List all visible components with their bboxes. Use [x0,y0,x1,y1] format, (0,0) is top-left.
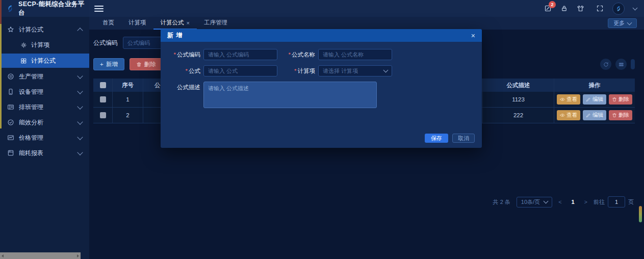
formula-code-input[interactable] [203,49,277,60]
column-settings-icon[interactable] [615,59,627,70]
dialog-header: 新 增 × [161,29,482,42]
dialog-close-icon[interactable]: × [471,32,475,39]
device-icon [7,88,14,95]
left-edge-stripe-red [0,0,2,24]
add-button[interactable]: + 新增 [93,58,124,70]
schedule-icon [7,103,14,111]
calc-item-select[interactable]: 请选择 计算项 [318,65,392,76]
sidebar-item-calc-item[interactable]: 计算项 [0,37,89,53]
scrollbar-left-arrow-icon[interactable] [2,254,4,257]
field-label-code: *公式编码 [161,49,200,60]
sidebar-item-report[interactable]: 能耗报表 [0,145,89,161]
dialog-footer: 保存 取消 [425,134,475,143]
tab-home[interactable]: 首页 [95,17,121,30]
sidebar-nav: 计算公式 计算项 计算公式 生产管理 [0,17,89,161]
next-page-button[interactable]: > [584,199,587,205]
field-label-calc-item: *计算项 [281,65,315,76]
prev-page-button[interactable]: < [558,199,561,205]
sidebar: SECP-能耗综合业务平台 计算公式 计算项 计算公式 [0,0,89,259]
sidebar-item-production[interactable]: 生产管理 [0,69,89,84]
formula-input[interactable] [203,65,277,76]
notification-badge: 2 [549,1,556,8]
tabbar: 首页 计算项 计算公式 × 工序管理 更多 [89,17,644,30]
row-delete-button[interactable]: 删除 [609,94,632,105]
formula-desc-textarea[interactable] [203,82,377,108]
column-header-desc: 公式描述 [483,79,554,92]
view-button[interactable]: 查看 [557,94,580,105]
eye-icon [560,113,565,118]
topbar-icons: 2 [544,3,644,15]
field-label-desc: 公式描述 [161,82,200,110]
theme-shirt-icon[interactable] [577,5,584,12]
pencil-icon [586,97,591,102]
column-header-actions: 操作 [554,79,635,92]
formula-name-input[interactable] [318,49,392,60]
tab-calc-item[interactable]: 计算项 [121,17,153,30]
add-dialog: 新 增 × *公式编码 *公式名称 *公式 *计算项 [161,29,482,148]
sidebar-item-efficiency[interactable]: 能效分析 [0,115,89,130]
sidebar-item-calc-formula[interactable]: 计算公式 [0,54,89,68]
production-icon [7,73,14,80]
plus-icon: + [100,61,104,67]
chevron-down-icon [77,103,83,109]
more-button[interactable]: 更多 [608,18,637,28]
grid-icon [20,58,27,64]
current-page[interactable]: 1 [568,199,578,205]
chevron-down-icon[interactable] [633,5,638,10]
filter-label: 公式编码 [93,39,118,47]
price-chart-icon [7,134,14,141]
total-count: 共 2 条 [493,198,510,206]
edit-button[interactable]: 编辑 [583,94,606,105]
page-size-select[interactable]: 10条/页 [517,197,552,208]
edit-button[interactable]: 编辑 [583,110,606,120]
brand-logo-icon [6,5,14,13]
row-delete-button[interactable]: 删除 [609,110,632,120]
column-header-seq: 序号 [113,79,143,92]
row-desc: 1123 [483,92,554,107]
dialog-title: 新 增 [167,31,183,40]
cancel-button[interactable]: 取消 [452,134,475,143]
chevron-down-icon [627,20,632,25]
chevron-down-icon [77,88,83,94]
dialog-body: *公式编码 *公式名称 *公式 *计算项 请选择 计算项 [161,42,482,110]
report-icon [7,149,14,157]
row-desc: 222 [483,108,554,123]
row-seq: 1 [113,92,143,107]
vertical-scrollbar-thumb[interactable] [639,206,642,222]
sidebar-item-price[interactable]: 价格管理 [0,130,89,145]
sidebar-item-shift[interactable]: 排班管理 [0,99,89,115]
eye-icon [560,97,565,102]
goto-page-input[interactable] [608,196,625,208]
pagination: 共 2 条 10条/页 < 1 > 前往 页 [493,196,634,208]
row-checkbox[interactable] [100,112,106,118]
pencil-icon [586,113,591,118]
message-icon[interactable]: 2 [544,5,552,12]
trash-icon [136,62,142,67]
fullscreen-icon[interactable] [596,5,604,12]
tab-process[interactable]: 工序管理 [197,17,235,30]
chevron-down-icon [77,149,83,155]
lock-icon[interactable] [560,5,568,12]
tab-calc-formula[interactable]: 计算公式 × [153,17,197,30]
sidebar-item-formula-group[interactable]: 计算公式 [0,22,89,37]
row-checkbox[interactable] [100,96,106,102]
tool-divider [631,59,635,69]
chevron-down-icon [77,134,83,140]
sidebar-item-device[interactable]: 设备管理 [0,84,89,99]
tab-close-icon[interactable]: × [187,20,190,26]
refresh-icon[interactable] [600,59,611,70]
scrollbar-right-arrow-icon[interactable] [77,254,79,257]
star-icon [7,26,14,33]
table-tools [600,59,635,70]
hamburger-menu-icon[interactable] [94,4,104,13]
check-circle-icon [7,119,14,126]
gear-icon [20,42,27,48]
save-button[interactable]: 保存 [425,134,448,143]
brand-title: SECP-能耗综合业务平台 [18,0,89,17]
app-root: SECP-能耗综合业务平台 计算公式 计算项 计算公式 [0,0,644,259]
horizontal-scrollbar[interactable] [0,252,81,259]
user-avatar[interactable] [612,3,625,15]
delete-button[interactable]: 删除 [130,58,163,70]
select-all-checkbox[interactable] [100,82,106,88]
view-button[interactable]: 查看 [557,110,580,120]
